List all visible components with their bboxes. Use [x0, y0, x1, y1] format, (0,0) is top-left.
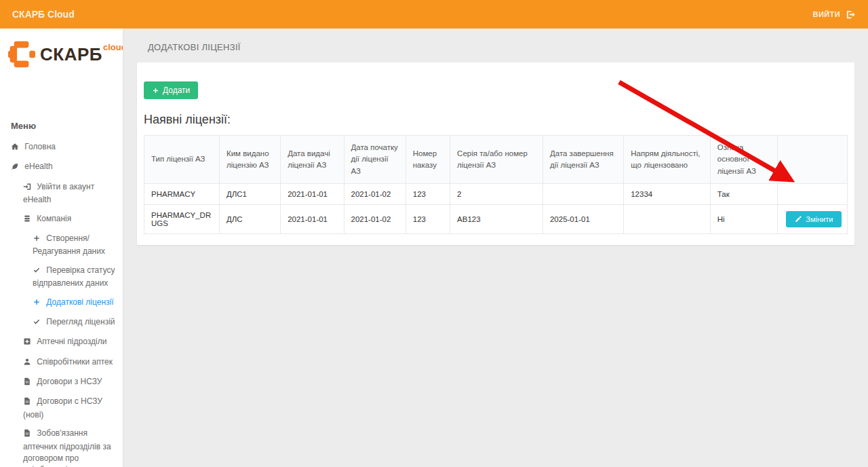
table-cell: 123: [406, 183, 450, 204]
sidebar-item-label: Договори з НСЗУ: [37, 377, 102, 386]
edit-button-label: Змінити: [806, 215, 833, 223]
home-icon: [11, 143, 19, 154]
plus-icon: [152, 87, 159, 94]
table-cell: 12334: [624, 183, 711, 204]
sidebar-item[interactable]: Додаткові ліцензії: [0, 293, 123, 313]
table-row: PHARMACY_DRUGSДЛС2021-01-012021-01-02123…: [144, 204, 848, 234]
table-cell: [542, 183, 623, 204]
table-cell: Так: [710, 183, 778, 204]
logo-sup: cloud: [103, 42, 123, 52]
sidebar-item-label: Увійти в акаунт eHealth: [23, 182, 94, 204]
sidebar-item-label: Співробітники аптек: [37, 357, 113, 367]
file-icon: [23, 429, 31, 441]
main-content: ДОДАТКОВІ ЛІЦЕНЗІЇ Додати Наявні ліцензі…: [123, 29, 868, 467]
table-header-cell: [778, 136, 848, 184]
table-action-cell: Змінити: [778, 204, 848, 234]
card-heading: Наявні ліцензії:: [144, 113, 848, 127]
table-cell: 2: [450, 183, 543, 204]
table-action-cell: [778, 183, 848, 204]
logo-text: СКАРБ: [40, 44, 102, 65]
sidebar-item[interactable]: Договори с НСЗУ (нові): [0, 392, 123, 424]
table-cell: Ні: [710, 204, 778, 234]
sidebar-item[interactable]: Зобов'язання аптечних підрозділів за дог…: [0, 424, 123, 467]
table-header-cell: Дата завершення дії ліцензії АЗ: [542, 136, 623, 184]
table-cell: 123: [406, 204, 450, 234]
table-header-cell: Дата видачі ліцензії АЗ: [281, 136, 344, 184]
add-button[interactable]: Додати: [144, 81, 198, 99]
sidebar-item[interactable]: eHealth: [0, 157, 123, 177]
plus-square-icon: [23, 337, 31, 349]
sidebar-item-label: Перевірка статусу відправлених даних: [33, 265, 115, 288]
menu-header: Меню: [0, 121, 123, 138]
table-header-cell: Ознака основної ліцензії АЗ: [710, 136, 778, 184]
sidebar: СКАРБ cloud Меню Головна eHealth Увійти …: [0, 29, 123, 467]
sidebar-item-label: Перегляд ліцензій: [46, 317, 115, 326]
sidebar-item[interactable]: Створення/Редагування даних: [0, 229, 123, 261]
top-navbar: СКАРБ Cloud ВИЙТИ: [0, 0, 868, 29]
logo-icon: [8, 41, 35, 68]
table-header-cell: Напрям діяльності, що ліцензовано: [624, 136, 711, 184]
plus-icon: [33, 298, 41, 310]
sidebar-item[interactable]: Співробітники аптек: [0, 353, 123, 373]
logout-icon: [846, 10, 856, 20]
user-icon: [23, 358, 31, 369]
licenses-table: Тип ліцензії АЗКим видано ліцензію АЗДат…: [144, 135, 848, 234]
table-header-row: Тип ліцензії АЗКим видано ліцензію АЗДат…: [144, 136, 848, 184]
table-cell: PHARMACY: [144, 183, 220, 204]
file-icon: [23, 397, 31, 409]
table-cell: АВ123: [450, 204, 543, 234]
table-header-cell: Тип ліцензії АЗ: [144, 136, 220, 184]
table-cell: 2021-01-02: [344, 183, 406, 204]
logout-label: ВИЙТИ: [813, 10, 840, 18]
table-header-cell: Ким видано ліцензію АЗ: [219, 136, 280, 184]
layers-icon: [23, 214, 31, 226]
sidebar-item-label: Аптечні підрозділи: [37, 337, 106, 346]
page-title: ДОДАТКОВІ ЛІЦЕНЗІЇ: [123, 29, 868, 52]
table-row: PHARMACYДЛС12021-01-012021-01-0212321233…: [144, 183, 848, 204]
sidebar-item-label: Зобов'язання аптечних підрозділів за дог…: [23, 428, 111, 467]
table-header-cell: Дата початку дії ліцензії АЗ: [344, 136, 406, 184]
table-cell: 2021-01-01: [281, 183, 344, 204]
app-logo: СКАРБ cloud: [0, 29, 123, 75]
table-cell: 2021-01-02: [344, 204, 406, 234]
sidebar-item-label: eHealth: [24, 162, 52, 171]
check-icon: [33, 266, 41, 278]
licenses-card: Додати Наявні ліцензії: Тип ліцензії АЗК…: [137, 62, 854, 245]
plus-icon: [33, 234, 41, 246]
sidebar-item[interactable]: Договори з НСЗУ: [0, 373, 123, 392]
sidebar-item-label: Компанія: [37, 214, 71, 223]
sidebar-item[interactable]: Перегляд ліцензій: [0, 313, 123, 333]
table-cell: 2021-01-01: [281, 204, 344, 234]
check-icon: [33, 318, 41, 329]
pencil-icon: [795, 215, 802, 223]
table-cell: ДЛС: [219, 204, 280, 234]
sign-in-icon: [23, 183, 31, 194]
table-body: PHARMACYДЛС12021-01-012021-01-0212321233…: [144, 183, 848, 234]
table-header-cell: Серія та/або номер ліцензії АЗ: [450, 136, 543, 184]
sidebar-item[interactable]: Аптечні підрозділи: [0, 333, 123, 352]
logout-button[interactable]: ВИЙТИ: [813, 10, 856, 20]
sidebar-item[interactable]: Перевірка статусу відправлених даних: [0, 261, 123, 293]
sidebar-item-label: Додаткові ліцензії: [46, 297, 113, 307]
table-cell: ДЛС1: [219, 183, 280, 204]
edit-button[interactable]: Змінити: [786, 211, 842, 227]
add-button-label: Додати: [163, 86, 190, 95]
file-icon: [23, 377, 31, 389]
table-cell: [624, 204, 711, 234]
app-title: СКАРБ Cloud: [12, 9, 75, 20]
leaf-icon: [11, 162, 19, 174]
sidebar-item[interactable]: Головна: [0, 138, 123, 157]
sidebar-item-label: Договори с НСЗУ (нові): [23, 396, 102, 419]
sidebar-item-label: Створення/Редагування даних: [33, 234, 105, 256]
sidebar-item[interactable]: Увійти в акаунт eHealth: [0, 178, 123, 210]
sidebar-menu: Головна eHealth Увійти в акаунт eHealth …: [0, 138, 123, 467]
table-header-cell: Номер наказу: [406, 136, 450, 184]
table-cell: PHARMACY_DRUGS: [144, 204, 220, 234]
sidebar-item[interactable]: Компанія: [0, 210, 123, 229]
sidebar-item-label: Головна: [24, 142, 56, 151]
table-cell: 2025-01-01: [542, 204, 623, 234]
